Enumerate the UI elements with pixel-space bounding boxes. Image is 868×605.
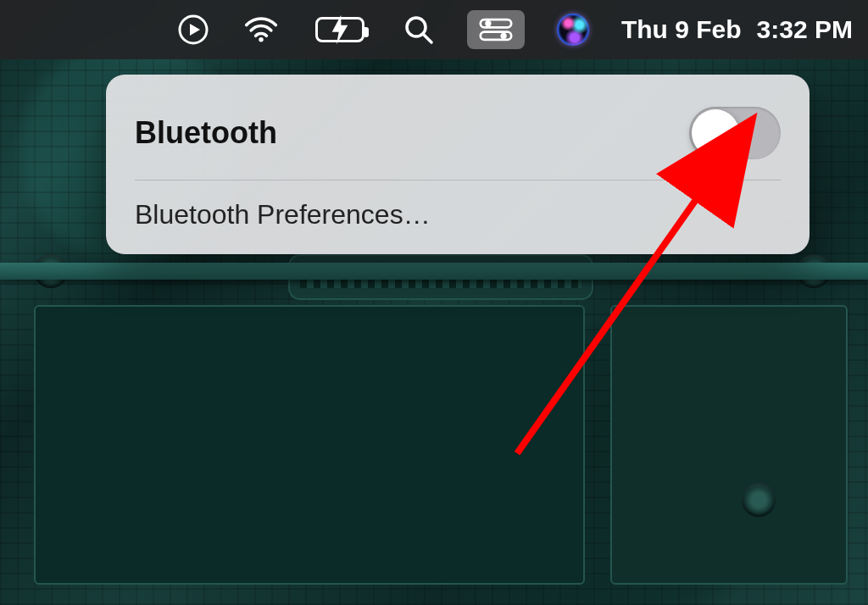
menubar-time: 3:32 PM bbox=[757, 15, 853, 44]
svg-rect-8 bbox=[481, 32, 511, 40]
spotlight-search[interactable] bbox=[399, 10, 438, 49]
battery-menu[interactable] bbox=[309, 10, 370, 49]
svg-rect-6 bbox=[481, 19, 511, 27]
menubar-right: Thu 9 Feb 3:32 PM bbox=[174, 10, 853, 49]
toggle-knob bbox=[692, 109, 739, 157]
siri-icon bbox=[557, 14, 589, 46]
menubar: Thu 9 Feb 3:32 PM bbox=[0, 0, 868, 59]
svg-marker-1 bbox=[190, 24, 200, 36]
wifi-icon bbox=[244, 13, 278, 47]
play-icon bbox=[176, 13, 210, 47]
bluetooth-panel: Bluetooth Bluetooth Preferences… bbox=[106, 75, 810, 254]
bluetooth-title: Bluetooth bbox=[135, 115, 277, 151]
battery-charging-icon bbox=[309, 15, 370, 44]
bluetooth-preferences-item[interactable]: Bluetooth Preferences… bbox=[135, 180, 781, 239]
control-center-menu[interactable] bbox=[467, 10, 525, 49]
menubar-datetime[interactable]: Thu 9 Feb 3:32 PM bbox=[621, 15, 853, 44]
siri-menu[interactable] bbox=[554, 10, 593, 49]
svg-marker-3 bbox=[332, 15, 348, 45]
menubar-date: Thu 9 Feb bbox=[621, 15, 742, 44]
svg-point-2 bbox=[259, 37, 263, 42]
svg-point-9 bbox=[500, 33, 506, 39]
wifi-menu[interactable] bbox=[242, 10, 281, 49]
bluetooth-toggle[interactable] bbox=[689, 107, 781, 159]
control-center-icon bbox=[479, 13, 513, 47]
svg-line-5 bbox=[423, 34, 431, 42]
now-playing-menu[interactable] bbox=[174, 10, 213, 49]
bluetooth-header-row: Bluetooth bbox=[135, 95, 781, 180]
svg-point-7 bbox=[485, 20, 491, 26]
search-icon bbox=[402, 13, 436, 47]
